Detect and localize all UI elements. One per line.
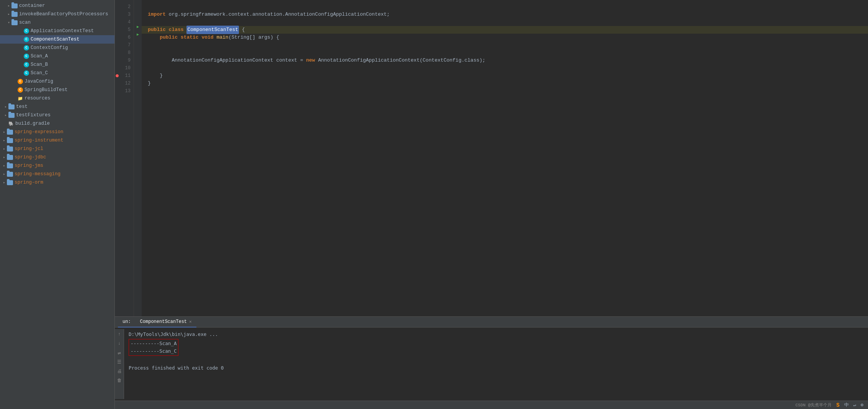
run-cell-3 bbox=[134, 8, 142, 15]
chevron-icon bbox=[2, 155, 7, 160]
tree-item-component-scan-test[interactable]: C ComponentScanTest bbox=[0, 35, 114, 44]
bracket: [] bbox=[249, 34, 258, 41]
gradle-icon: 🐘 bbox=[8, 121, 14, 126]
console-output: ↑ ↓ ⇌ ☰ 🖨 🗑 D:\MyTools\Jdk\bin\java.exe … bbox=[115, 328, 868, 401]
code-line-13 bbox=[148, 87, 862, 95]
restart-button[interactable]: ↑ bbox=[116, 331, 123, 338]
component-scan-test-tab[interactable]: ComponentScanTest ✕ bbox=[136, 317, 196, 328]
type-anno: AnnotationConfigApplicationContext bbox=[172, 57, 276, 64]
tree-item-context-config[interactable]: C ContextConfig bbox=[0, 44, 114, 52]
tree-item-scan-c[interactable]: C Scan_C bbox=[0, 69, 114, 77]
type-context-config: ContextConfig bbox=[423, 57, 461, 64]
tree-item-spring-orm[interactable]: spring-orm bbox=[0, 178, 114, 187]
tree-item-java-config[interactable]: C JavaConfig bbox=[0, 77, 114, 86]
tree-item-resources[interactable]: 📁 resources bbox=[0, 94, 114, 103]
tree-item-app-context-test[interactable]: C ApplicationContextTest bbox=[0, 27, 114, 35]
run-tab[interactable]: un: bbox=[118, 317, 136, 328]
folder-icon: 📁 bbox=[18, 96, 23, 101]
run-cell-5[interactable]: ▶ bbox=[134, 23, 142, 31]
filter-button[interactable]: ☰ bbox=[116, 358, 123, 366]
console-line-empty bbox=[129, 357, 863, 364]
chevron-icon bbox=[3, 112, 8, 118]
tree-item-scan-a[interactable]: C Scan_A bbox=[0, 52, 114, 60]
chevron-icon bbox=[6, 3, 11, 8]
tree-item-invoke[interactable]: invokeBeanFactoryPostProcessors bbox=[0, 10, 114, 18]
line-num-11: 11 bbox=[115, 72, 134, 80]
equals: = bbox=[300, 57, 306, 64]
tree-label: ContextConfig bbox=[31, 45, 68, 51]
code-line-4 bbox=[148, 18, 862, 26]
tree-item-spring-build-test[interactable]: C SpringBuildTest bbox=[0, 86, 114, 94]
tree-label: build.gradle bbox=[15, 121, 50, 126]
tree-item-scan-b[interactable]: C Scan_B bbox=[0, 60, 114, 69]
tree-item-spring-jdbc[interactable]: spring-jdbc bbox=[0, 153, 114, 161]
paren-open: ( bbox=[420, 57, 423, 64]
code-content[interactable]: import org.springframework.context.annot… bbox=[142, 0, 868, 316]
console-output-box: ----------Scan_A----------Scan_C bbox=[129, 339, 863, 356]
line-num-8: 8 bbox=[115, 49, 134, 57]
tree-item-test-fixtures[interactable]: testFixtures bbox=[0, 111, 114, 119]
code-line-7 bbox=[148, 41, 862, 49]
bottom-tabs: un: ComponentScanTest ✕ bbox=[115, 317, 868, 328]
line-num-12: 12 bbox=[115, 80, 134, 87]
line-num-5: 5 bbox=[115, 26, 134, 34]
chevron-icon bbox=[2, 180, 7, 185]
tree-item-spring-jms[interactable]: spring-jms bbox=[0, 161, 114, 170]
folder-icon bbox=[8, 113, 15, 118]
run-cell-4 bbox=[134, 15, 142, 23]
chevron-icon bbox=[2, 138, 7, 143]
tree-label: spring-jdbc bbox=[15, 155, 46, 160]
tree-item-test[interactable]: test bbox=[0, 103, 114, 111]
tree-label: Scan_B bbox=[31, 62, 48, 67]
clear-button[interactable]: 🗑 bbox=[116, 376, 123, 384]
tree-label: spring-jms bbox=[15, 163, 43, 168]
class-icon: C bbox=[18, 87, 23, 93]
run-button-5[interactable]: ▶ bbox=[137, 24, 139, 29]
type-anno2: AnnotationConfigApplicationContext bbox=[318, 57, 420, 64]
print-button[interactable]: 🖨 bbox=[116, 367, 123, 375]
scroll-end-button[interactable]: ⇌ bbox=[116, 349, 123, 357]
run-button-6[interactable]: ▶ bbox=[137, 32, 139, 37]
run-cell-6[interactable]: ▶ bbox=[134, 31, 142, 38]
var-context: context bbox=[276, 57, 300, 64]
run-cell-13 bbox=[134, 84, 142, 92]
keyword: import bbox=[148, 11, 169, 18]
code-line-2 bbox=[148, 3, 862, 11]
indent bbox=[148, 34, 160, 41]
tree-item-spring-expression[interactable]: spring-expression bbox=[0, 128, 114, 136]
spacer bbox=[18, 45, 24, 51]
tree-item-spring-instrument[interactable]: spring-instrument bbox=[0, 136, 114, 145]
keyword-public: public bbox=[160, 34, 181, 41]
tree-item-spring-jcl[interactable]: spring-jcl bbox=[0, 145, 114, 153]
settings-icon[interactable]: ⚙ bbox=[861, 402, 863, 408]
spacer bbox=[12, 79, 18, 84]
code-line-9: AnnotationConfigApplicationContext conte… bbox=[148, 57, 862, 64]
keyword-void: void bbox=[201, 34, 216, 41]
var-args: args bbox=[258, 34, 270, 41]
stop-button[interactable]: ↓ bbox=[116, 340, 123, 347]
folder-icon bbox=[7, 155, 13, 160]
tree-label: spring-instrument bbox=[15, 138, 64, 143]
class-icon: C bbox=[24, 70, 29, 76]
class-name-highlight: ComponentScanTest bbox=[186, 26, 239, 34]
tree-item-container[interactable]: container bbox=[0, 2, 114, 10]
method-name: main bbox=[216, 34, 228, 41]
spacer bbox=[12, 96, 18, 101]
tree-item-spring-messaging[interactable]: spring-messaging bbox=[0, 170, 114, 178]
tree-label: scan bbox=[19, 20, 31, 25]
keyword-new: new bbox=[306, 57, 318, 64]
tree-label: Scan_A bbox=[31, 54, 48, 59]
tree-label: spring-orm bbox=[15, 180, 43, 185]
tree-label: resources bbox=[25, 96, 51, 101]
line-num-13: 13 bbox=[115, 87, 134, 95]
line-numbers: 2 3 4 5 6 7 8 9 10 11 12 13 bbox=[115, 0, 134, 316]
tab-close-button[interactable]: ✕ bbox=[189, 319, 192, 324]
spacer bbox=[18, 62, 24, 67]
line-num-10: 10 bbox=[115, 64, 134, 72]
tree-label: SpringBuildTest bbox=[25, 87, 68, 93]
lf-indicator: ↵ bbox=[853, 402, 856, 408]
tree-item-scan[interactable]: scan bbox=[0, 18, 114, 27]
breakpoint-indicator[interactable] bbox=[116, 74, 119, 77]
tree-item-build-gradle[interactable]: 🐘 build.gradle bbox=[0, 119, 114, 128]
run-cell-12 bbox=[134, 77, 142, 84]
